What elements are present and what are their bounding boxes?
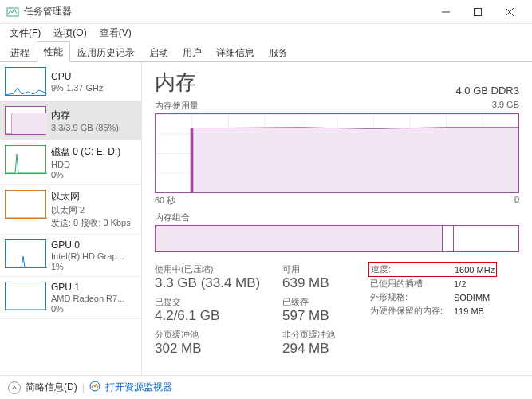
memory-thumb [5,106,46,135]
sidebar-label: CPU [51,71,103,82]
sidebar-sub: AMD Radeon R7... [51,294,124,303]
cpu-thumb [5,67,46,96]
sidebar-item-ethernet[interactable]: 以太网以太网 2发送: 0 接收: 0 Kbps [0,185,141,235]
memory-capacity: 4.0 GB DDR3 [456,85,519,97]
disk-thumb [5,145,46,174]
tabbar: 进程 性能 应用历史记录 启动 用户 详细信息 服务 [0,41,532,62]
bottombar: 简略信息(D) | 打开资源监视器 [0,375,532,399]
usage-label: 内存使用量 [155,100,199,112]
tab-processes[interactable]: 进程 [3,42,37,62]
tab-performance[interactable]: 性能 [37,41,70,62]
page-title: 内存 [155,69,196,97]
menu-options[interactable]: 选项(O) [49,25,91,41]
sidebar-sub2: 0% [51,170,120,180]
window-controls [430,0,526,24]
open-resource-monitor-link[interactable]: 打开资源监视器 [105,381,172,394]
sidebar-label: 磁盘 0 (C: E: D:) [51,145,120,159]
sidebar-sub2: 发送: 0 接收: 0 Kbps [51,217,131,229]
svg-rect-2 [475,8,482,15]
window-title: 任务管理器 [24,5,430,18]
stat-committed: 已提交4.2/6.1 GB [155,296,282,324]
chevron-up-icon[interactable] [8,381,21,394]
tab-startup[interactable]: 启动 [142,42,175,62]
sidebar-label: 内存 [51,109,119,122]
time-left: 60 秒 [155,195,175,207]
app-icon [6,6,19,18]
stat-nonpaged: 非分页缓冲池294 MB [282,329,370,357]
memory-composition-bar [155,225,519,252]
time-right: 0 [514,195,519,207]
sidebar-sub: Intel(R) HD Grap... [51,251,124,261]
minimize-button[interactable] [430,0,462,24]
sidebar-sub2: 1% [51,262,124,271]
resource-monitor-icon [89,381,100,394]
main-panel: 内存 4.0 GB DDR3 内存使用量 3.9 GB 60 秒 0 内存组合 … [142,62,532,375]
fewer-details-link[interactable]: 简略信息(D) [26,381,77,394]
stat-in-use: 使用中(已压缩)3.3 GB (33.4 MB) [155,263,282,291]
sidebar-sub: 9% 1.37 GHz [51,83,103,93]
speed-highlight: 速度:1600 MHz [368,262,497,277]
titlebar: 任务管理器 [0,0,532,24]
gpu0-thumb [5,239,46,268]
sidebar-item-gpu1[interactable]: GPU 1AMD Radeon R7...0% [0,277,141,319]
maximize-button[interactable] [462,0,494,24]
compose-label: 内存组合 [155,211,519,223]
sidebar-label: GPU 1 [51,282,124,293]
tab-app-history[interactable]: 应用历史记录 [70,42,142,62]
sidebar-item-cpu[interactable]: CPU9% 1.37 GHz [0,62,141,101]
sidebar-sub: HDD [51,160,120,169]
close-button[interactable] [494,0,526,24]
stat-paged: 分页缓冲池302 MB [155,329,282,357]
menubar: 文件(F) 选项(O) 查看(V) [0,24,532,41]
memory-details: 速度:1600 MHz 已使用的插槽:1/2 外形规格:SODIMM 为硬件保留… [370,263,495,357]
tab-users[interactable]: 用户 [175,42,209,62]
sidebar-sub2: 0% [51,304,124,314]
sidebar-item-memory[interactable]: 内存3.3/3.9 GB (85%) [0,101,141,140]
stat-cached: 已缓存597 MB [282,296,370,324]
tab-details[interactable]: 详细信息 [209,42,262,62]
menu-file[interactable]: 文件(F) [5,25,45,41]
tab-services[interactable]: 服务 [262,42,295,62]
sidebar: CPU9% 1.37 GHz 内存3.3/3.9 GB (85%) 磁盘 0 (… [0,62,142,375]
sidebar-label: GPU 0 [51,239,124,251]
sidebar-sub: 3.3/3.9 GB (85%) [51,123,119,132]
svg-marker-7 [156,128,518,192]
menu-view[interactable]: 查看(V) [95,25,136,41]
usage-max: 3.9 GB [492,100,519,112]
sidebar-item-disk[interactable]: 磁盘 0 (C: E: D:)HDD0% [0,140,141,185]
ethernet-thumb [5,190,46,219]
sidebar-sub: 以太网 2 [51,204,131,216]
sidebar-item-gpu0[interactable]: GPU 0Intel(R) HD Grap...1% [0,235,141,277]
stat-available: 可用639 MB [282,263,370,291]
gpu1-thumb [5,282,46,310]
sidebar-label: 以太网 [51,190,131,203]
memory-usage-graph [155,113,519,193]
